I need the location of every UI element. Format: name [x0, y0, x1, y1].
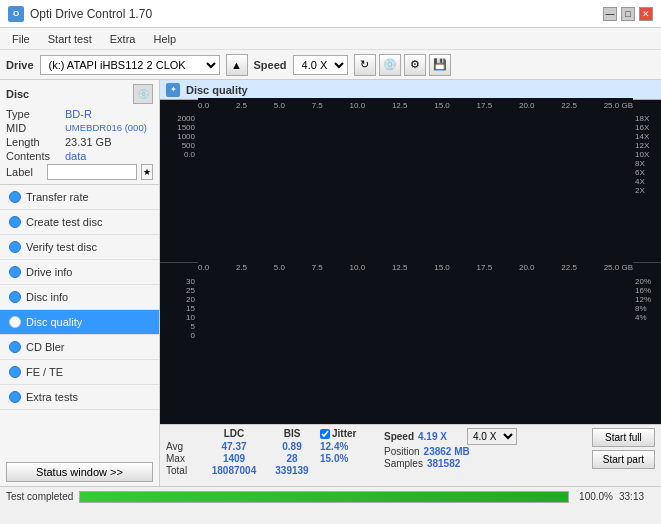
status-text: Test completed — [6, 491, 73, 502]
avg-ldc: 47.37 — [204, 441, 264, 452]
stats-spacer — [166, 428, 196, 439]
top-x-20: 20.0 — [519, 101, 535, 110]
sidebar-item-cd-bler[interactable]: CD Bler — [0, 335, 159, 360]
bottom-y-axis-right: 20% 16% 12% 8% 4% — [633, 275, 661, 279]
samples-label: Samples — [384, 458, 423, 469]
speed-label: Speed — [254, 59, 287, 71]
length-value: 23.31 GB — [65, 136, 111, 148]
sidebar-item-disc-info[interactable]: Disc info — [0, 285, 159, 310]
top-x-2.5: 2.5 — [236, 101, 247, 110]
mid-label: MID — [6, 122, 61, 134]
extra-tests-icon — [9, 391, 21, 403]
top-yr-18: 18X — [635, 114, 659, 123]
create-test-disc-label: Create test disc — [26, 216, 102, 228]
disc-title: Disc — [6, 88, 29, 100]
progress-percent: 100.0% — [575, 491, 613, 502]
menu-file[interactable]: File — [4, 31, 38, 47]
transfer-rate-icon — [9, 191, 21, 203]
speed-stat-select[interactable]: 4.0 X — [467, 428, 517, 445]
sidebar-item-verify-test-disc[interactable]: Verify test disc — [0, 235, 159, 260]
app-title: Opti Drive Control 1.70 — [30, 7, 152, 21]
status-window-button[interactable]: Status window >> — [6, 462, 153, 482]
eject-button[interactable]: ▲ — [226, 54, 248, 76]
sidebar: Disc 💿 Type BD-R MID UMEBDR016 (000) Len… — [0, 80, 160, 486]
total-ldc: 18087004 — [204, 465, 264, 476]
settings-button[interactable]: ⚙ — [404, 54, 426, 76]
jitter-checkbox[interactable] — [320, 429, 330, 439]
top-yr-12: 12X — [635, 141, 659, 150]
top-yr-4: 4X — [635, 177, 659, 186]
total-bis: 339139 — [272, 465, 312, 476]
top-chart: LDC Read speed Write speed 2000 — [160, 100, 661, 263]
drive-select[interactable]: (k:) ATAPI iHBS112 2 CLOK — [40, 55, 220, 75]
speed-value: 4.19 X — [418, 431, 463, 442]
sidebar-item-transfer-rate[interactable]: Transfer rate — [0, 185, 159, 210]
quality-title: Disc quality — [186, 84, 248, 96]
max-jitter: 15.0% — [320, 453, 365, 464]
progress-area: Test completed 100.0% 33:13 — [0, 486, 661, 506]
avg-row: Avg 47.37 0.89 12.4% — [166, 441, 372, 452]
fe-te-icon — [9, 366, 21, 378]
label-star-button[interactable]: ★ — [141, 164, 153, 180]
create-test-disc-icon — [9, 216, 21, 228]
stats-columns: LDC BIS Jitter Avg 47.37 0.89 12.4% Max … — [166, 428, 372, 476]
total-label: Total — [166, 465, 196, 476]
total-row: Total 18087004 339139 — [166, 465, 372, 476]
top-x-12.5: 12.5 — [392, 101, 408, 110]
minimize-button[interactable]: — — [603, 7, 617, 21]
start-full-button[interactable]: Start full — [592, 428, 655, 447]
start-buttons: Start full Start part — [592, 428, 655, 469]
cd-bler-label: CD Bler — [26, 341, 65, 353]
position-row: Position 23862 MB — [384, 446, 517, 457]
label-label: Label — [6, 166, 43, 178]
top-y-1000: 1000 — [163, 132, 195, 141]
jitter-col-header: Jitter — [332, 428, 372, 439]
disc-icon-button[interactable]: 💿 — [379, 54, 401, 76]
disc-info-label: Disc info — [26, 291, 68, 303]
max-bis: 28 — [272, 453, 312, 464]
sidebar-item-create-test-disc[interactable]: Create test disc — [0, 210, 159, 235]
top-x-5: 5.0 — [274, 101, 285, 110]
start-part-button[interactable]: Start part — [592, 450, 655, 469]
disc-icon-button[interactable]: 💿 — [133, 84, 153, 104]
position-label: Position — [384, 446, 420, 457]
speed-select[interactable]: 4.0 X — [293, 55, 348, 75]
bottom-chart: BIS Jitter 30 25 20 15 10 — [160, 263, 661, 425]
sidebar-item-fe-te[interactable]: FE / TE — [0, 360, 159, 385]
close-button[interactable]: ✕ — [639, 7, 653, 21]
sidebar-item-extra-tests[interactable]: Extra tests — [0, 385, 159, 410]
bottom-x-axis: 0.0 2.5 5.0 7.5 10.0 12.5 15.0 17.5 20.0… — [198, 261, 633, 275]
progress-bar-fill — [80, 492, 568, 502]
samples-row: Samples 381582 — [384, 458, 517, 469]
top-x-17.5: 17.5 — [477, 101, 493, 110]
top-x-10: 10.0 — [350, 101, 366, 110]
drive-label: Drive — [6, 59, 34, 71]
app-icon: O — [8, 6, 24, 22]
avg-jitter: 12.4% — [320, 441, 365, 452]
refresh-button[interactable]: ↻ — [354, 54, 376, 76]
top-x-15: 15.0 — [434, 101, 450, 110]
top-x-7.5: 7.5 — [312, 101, 323, 110]
top-yr-10: 10X — [635, 150, 659, 159]
maximize-button[interactable]: □ — [621, 7, 635, 21]
speed-row: Speed 4.19 X 4.0 X — [384, 428, 517, 445]
disc-section: Disc 💿 Type BD-R MID UMEBDR016 (000) Len… — [0, 80, 159, 185]
sidebar-item-drive-info[interactable]: Drive info — [0, 260, 159, 285]
top-x-25: 25.0 GB — [604, 101, 633, 110]
charts-container: LDC Read speed Write speed 2000 — [160, 100, 661, 424]
verify-test-disc-label: Verify test disc — [26, 241, 97, 253]
content-area: ✦ Disc quality LDC Read speed — [160, 80, 661, 486]
position-value: 23862 MB — [424, 446, 470, 457]
top-x-axis: 0.0 2.5 5.0 7.5 10.0 12.5 15.0 17.5 20.0… — [198, 98, 633, 112]
disc-info-icon — [9, 291, 21, 303]
sidebar-item-disc-quality[interactable]: Disc quality — [0, 310, 159, 335]
save-button[interactable]: 💾 — [429, 54, 451, 76]
label-input[interactable] — [47, 164, 137, 180]
jitter-checkbox-area: Jitter — [320, 428, 372, 439]
length-label: Length — [6, 136, 61, 148]
progress-bar-container — [79, 491, 569, 503]
menu-bar: File Start test Extra Help — [0, 28, 661, 50]
menu-extra[interactable]: Extra — [102, 31, 144, 47]
menu-help[interactable]: Help — [145, 31, 184, 47]
menu-start-test[interactable]: Start test — [40, 31, 100, 47]
